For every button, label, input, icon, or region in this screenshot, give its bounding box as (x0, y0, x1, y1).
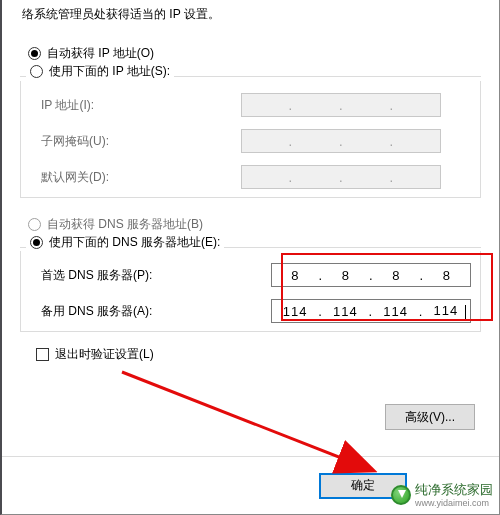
ip-address-input: ... (241, 93, 441, 117)
radio-icon (28, 47, 41, 60)
radio-manual-dns[interactable]: 使用下面的 DNS 服务器地址(E): (26, 234, 224, 251)
ok-button-label: 确定 (351, 477, 375, 494)
info-text: 络系统管理员处获得适当的 IP 设置。 (2, 0, 499, 39)
preferred-dns-row: 首选 DNS 服务器(P): 8. 8. 8. 8 (21, 257, 480, 293)
radio-auto-dns-label: 自动获得 DNS 服务器地址(B) (47, 216, 203, 233)
alternate-dns-row: 备用 DNS 服务器(A): 114. 114. 114. 114 (21, 293, 480, 329)
ok-button[interactable]: 确定 (319, 473, 407, 499)
ip-address-label: IP 地址(I): (41, 97, 241, 114)
radio-icon (28, 218, 41, 231)
preferred-dns-input[interactable]: 8. 8. 8. 8 (271, 263, 471, 287)
checkbox-icon (36, 348, 49, 361)
validate-on-exit-label: 退出时验证设置(L) (55, 346, 154, 363)
ip-address-row: IP 地址(I): ... (21, 87, 480, 123)
gateway-input: ... (241, 165, 441, 189)
dialog-button-row: 确定 (2, 456, 499, 514)
radio-manual-ip-label: 使用下面的 IP 地址(S): (49, 63, 170, 80)
advanced-button-label: 高级(V)... (405, 409, 455, 426)
tcpip-properties-dialog: 络系统管理员处获得适当的 IP 设置。 自动获得 IP 地址(O) 使用下面的 … (0, 0, 500, 515)
dns-group: 自动获得 DNS 服务器地址(B) 使用下面的 DNS 服务器地址(E): 首选… (20, 210, 481, 332)
ip-address-group: 自动获得 IP 地址(O) 使用下面的 IP 地址(S): IP 地址(I): … (20, 39, 481, 198)
gateway-label: 默认网关(D): (41, 169, 241, 186)
radio-manual-ip[interactable]: 使用下面的 IP 地址(S): (26, 63, 174, 80)
subnet-mask-row: 子网掩码(U): ... (21, 123, 480, 159)
radio-auto-ip-label: 自动获得 IP 地址(O) (47, 45, 154, 62)
radio-manual-dns-label: 使用下面的 DNS 服务器地址(E): (49, 234, 220, 251)
subnet-mask-label: 子网掩码(U): (41, 133, 241, 150)
alternate-dns-label: 备用 DNS 服务器(A): (41, 303, 271, 320)
preferred-dns-label: 首选 DNS 服务器(P): (41, 267, 271, 284)
radio-icon (30, 236, 43, 249)
validate-on-exit[interactable]: 退出时验证设置(L) (36, 346, 499, 363)
subnet-mask-input: ... (241, 129, 441, 153)
alternate-dns-input[interactable]: 114. 114. 114. 114 (271, 299, 471, 323)
radio-icon (30, 65, 43, 78)
gateway-row: 默认网关(D): ... (21, 159, 480, 195)
dns-fields: 首选 DNS 服务器(P): 8. 8. 8. 8 备用 DNS 服务器(A):… (20, 251, 481, 332)
cancel-button-area (417, 473, 477, 499)
ip-fields: IP 地址(I): ... 子网掩码(U): ... 默认网关(D): ... (20, 81, 481, 198)
text-caret (465, 305, 466, 319)
advanced-button[interactable]: 高级(V)... (385, 404, 475, 430)
